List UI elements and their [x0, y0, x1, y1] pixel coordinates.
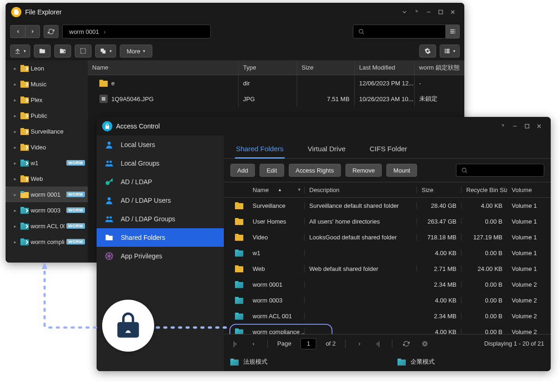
col-modified[interactable]: Last Modified — [355, 60, 415, 75]
remove-button[interactable]: Remove — [345, 164, 382, 177]
fe-search-input[interactable] — [353, 25, 446, 39]
expand-icon[interactable]: ▸ — [14, 176, 19, 181]
expand-icon[interactable]: ▸ — [14, 239, 19, 244]
page-input[interactable] — [300, 338, 316, 349]
shared-folder-row[interactable]: worm 0001 2.34 MB 0.00 B Volume 2 — [224, 276, 551, 292]
tab-cifs-folder[interactable]: CIFS Folder — [369, 145, 408, 158]
svg-point-28 — [110, 161, 112, 163]
expand-icon[interactable]: ▸ — [14, 129, 19, 134]
access-rights-button[interactable]: Access Rights — [289, 164, 341, 177]
worm-folder-icon — [235, 250, 243, 257]
expand-icon[interactable]: ▸ — [14, 145, 19, 150]
next-page-button[interactable]: › — [355, 340, 364, 347]
tab-virtual-drive[interactable]: Virtual Drive — [307, 145, 346, 158]
help-icon[interactable] — [497, 120, 509, 132]
tree-item[interactable]: ▸ worm 0003 WORM — [6, 202, 88, 218]
col-name[interactable]: Name ▲▼ — [248, 186, 305, 193]
select-all-button[interactable] — [75, 45, 91, 58]
expand-icon[interactable]: ▸ — [14, 82, 19, 87]
new-folder-button[interactable] — [34, 45, 51, 58]
sidebar-item-label: Shared Folders — [121, 234, 165, 241]
shared-folder-row[interactable]: worm ACL 001 2.34 MB 0.00 B Volume 2 — [224, 308, 551, 324]
shared-folder-row[interactable]: Surveillance Surveillance default shared… — [224, 198, 551, 213]
tree-item[interactable]: ▸ worm 0001 WORM — [6, 186, 88, 202]
file-row[interactable]: e dir 12/06/2023 PM 12... - — [88, 75, 464, 91]
maximize-icon[interactable] — [521, 120, 533, 132]
upload-button[interactable]: ▾ — [10, 45, 30, 58]
sidebar-item-local-users[interactable]: Local Users — [97, 135, 224, 154]
shared-folder-row[interactable]: Web Web default shared folder 2.71 MB 24… — [224, 261, 551, 276]
view-mode-button[interactable]: ▾ — [440, 45, 460, 58]
expand-icon[interactable]: ▸ — [14, 208, 19, 213]
chevron-down-icon[interactable]: ▼ — [297, 187, 301, 192]
close-icon[interactable] — [533, 120, 545, 132]
settings-button[interactable] — [419, 45, 436, 58]
collapse-icon[interactable] — [398, 6, 410, 18]
tab-shared-folders[interactable]: Shared Folders — [235, 145, 285, 158]
maximize-icon[interactable] — [435, 6, 447, 18]
col-size[interactable]: Size — [297, 60, 355, 75]
help-icon[interactable] — [410, 6, 423, 18]
breadcrumb-segment[interactable]: worm 0001 — [69, 28, 99, 35]
col-size[interactable]: Size — [417, 186, 462, 193]
fe-folder-tree[interactable]: ▸ Leon ▸ Music ▸ Plex ▸ Public ▸ Surveil… — [6, 60, 88, 263]
tree-item[interactable]: ▸ w1 WORM — [6, 155, 88, 171]
add-button[interactable]: Add — [230, 164, 255, 177]
shared-folder-row[interactable]: worm compliance ... 4.00 KB 0.00 B Volum… — [224, 324, 551, 334]
tree-item[interactable]: ▸ Surveillance — [6, 123, 88, 139]
copy-to-button[interactable]: ▾ — [95, 45, 116, 58]
tree-item[interactable]: ▸ Leon — [6, 60, 88, 76]
sidebar-item-local-groups[interactable]: Local Groups — [97, 154, 224, 173]
col-description[interactable]: Description — [305, 186, 417, 193]
shared-folder-row[interactable]: Video LooksGood default shared folder 71… — [224, 229, 551, 245]
breadcrumb-bar[interactable]: worm 0001 › — [62, 25, 211, 39]
first-page-button[interactable]: |‹ — [230, 340, 240, 347]
col-recycle-bin[interactable]: Recycle Bin Size — [462, 186, 507, 193]
tree-item[interactable]: ▸ Plex — [6, 92, 88, 108]
col-worm-state[interactable]: worm 鎖定狀態 — [415, 60, 464, 75]
nav-forward-button[interactable] — [25, 25, 40, 38]
refresh-button[interactable] — [44, 25, 59, 38]
file-row[interactable]: 1Q9A5046.JPG JPG 7.51 MB 10/26/2023 AM 1… — [88, 91, 464, 107]
close-icon[interactable] — [447, 6, 459, 18]
expand-icon[interactable]: ▸ — [14, 224, 19, 229]
expand-icon[interactable]: ▸ — [14, 161, 19, 166]
sidebar-item-app-privileges[interactable]: App Privileges — [97, 247, 224, 265]
edit-button[interactable]: Edit — [260, 164, 284, 177]
svg-line-5 — [363, 33, 364, 34]
col-name[interactable]: Name — [88, 60, 239, 75]
tree-item[interactable]: ▸ Public — [6, 108, 88, 123]
col-volume[interactable]: Volume — [507, 186, 551, 193]
tree-item[interactable]: ▸ worm complia WORM — [6, 234, 88, 250]
tree-item[interactable]: ▸ Video — [6, 139, 88, 155]
prev-page-button[interactable]: ‹ — [249, 340, 258, 347]
folder-bin-size: 4.00 KB — [462, 202, 507, 209]
more-button[interactable]: More▾ — [120, 45, 152, 58]
sidebar-item-ad-ldap-groups[interactable]: AD / LDAP Groups — [97, 210, 224, 228]
last-page-button[interactable]: ›| — [373, 340, 383, 347]
sidebar-item-ad-ldap-users[interactable]: AD / LDAP Users — [97, 191, 224, 210]
mount-button[interactable]: Mount — [386, 164, 417, 177]
expand-icon[interactable]: ▸ — [14, 66, 19, 71]
search-options-button[interactable] — [446, 25, 460, 39]
shared-folder-row[interactable]: w1 4.00 KB 0.00 B Volume 1 — [224, 245, 551, 261]
tree-item[interactable]: ▸ worm ACL 00 WORM — [6, 218, 88, 234]
tree-item[interactable]: ▸ Music — [6, 76, 88, 92]
sidebar-item-ad-ldap[interactable]: AD / LDAP — [97, 173, 224, 191]
col-type[interactable]: Type — [239, 60, 297, 75]
shared-folder-row[interactable]: User Homes All users' home directories 2… — [224, 213, 551, 229]
sidebar-item-shared-folders[interactable]: Shared Folders — [97, 228, 224, 247]
nav-back-button[interactable] — [10, 25, 25, 38]
ac-search-input[interactable] — [456, 164, 544, 177]
minimize-icon[interactable] — [509, 120, 521, 132]
clear-button[interactable] — [420, 341, 430, 347]
shared-folder-row[interactable]: worm 0003 4.00 KB 0.00 B Volume 2 — [224, 292, 551, 308]
expand-icon[interactable]: ▸ — [14, 97, 19, 103]
minimize-icon[interactable] — [423, 6, 435, 18]
refresh-button[interactable] — [402, 341, 411, 347]
expand-icon[interactable]: ▸ — [14, 192, 19, 197]
tree-item[interactable]: ▸ Web — [6, 171, 88, 186]
share-folder-button[interactable] — [54, 45, 71, 58]
worm-folder-icon — [235, 328, 243, 334]
expand-icon[interactable]: ▸ — [14, 113, 19, 118]
